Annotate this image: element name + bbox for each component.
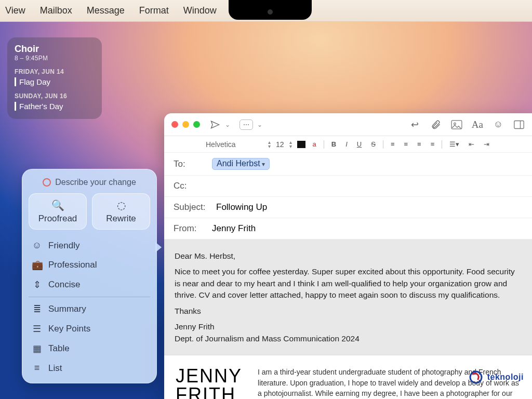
emoji-icon[interactable]: ☺ bbox=[493, 119, 504, 130]
event-time: 8 – 9:45PM bbox=[15, 55, 95, 62]
header-fields-icon: ⋯ bbox=[240, 119, 253, 130]
outdent-icon[interactable]: ⇤ bbox=[467, 140, 476, 148]
signature-name: JENNY FRITH bbox=[176, 367, 242, 399]
text-color-swatch[interactable] bbox=[297, 141, 305, 148]
sidebar-icon[interactable] bbox=[513, 120, 525, 129]
transform-keypoints[interactable]: ☰Key Points bbox=[29, 319, 150, 339]
from-value[interactable]: Jenny Frith bbox=[212, 223, 256, 234]
header-fields-button[interactable]: ⋯ bbox=[240, 119, 253, 130]
tone-friendly[interactable]: ☺Friendly bbox=[29, 236, 150, 255]
day-header-1: SUNDAY, JUN 16 bbox=[15, 92, 95, 100]
attach-icon[interactable] bbox=[430, 119, 442, 130]
svg-rect-2 bbox=[514, 121, 524, 128]
subject-row[interactable]: Subject: bbox=[164, 197, 532, 218]
to-row[interactable]: To: Andi Herbst bbox=[164, 153, 532, 176]
body-sig-dept: Dept. of Journalism and Mass Communicati… bbox=[175, 334, 360, 343]
keypoints-icon: ☰ bbox=[32, 323, 42, 335]
minimize-button[interactable] bbox=[182, 121, 189, 128]
stopwatch-icon: ◌ bbox=[117, 199, 126, 211]
transform-summary-label: Summary bbox=[48, 304, 86, 314]
bold-button[interactable]: B bbox=[329, 140, 338, 148]
cc-label: Cc: bbox=[174, 181, 207, 191]
bullet-list-icon[interactable]: ☰▾ bbox=[447, 140, 461, 148]
recipient-chip[interactable]: Andi Herbst bbox=[212, 158, 270, 170]
size-stepper-icon[interactable]: ▴▾ bbox=[289, 140, 292, 149]
mail-compose-window: ⌄ ⋯ ⌄ ↩︎ Aa ☺ Helvetica ▴▾ 12 ▴▾ a bbox=[164, 113, 532, 399]
align-left-icon[interactable]: ≡ bbox=[389, 140, 397, 148]
menu-format[interactable]: Format bbox=[139, 5, 169, 16]
tone-professional[interactable]: 💼Professional bbox=[29, 255, 150, 275]
proofread-button[interactable]: 🔍 Proofread bbox=[29, 193, 87, 230]
tone-concise[interactable]: ⇕Concise bbox=[29, 275, 150, 295]
menu-view[interactable]: View bbox=[5, 5, 25, 16]
header-fields-dropdown-icon[interactable]: ⌄ bbox=[257, 121, 262, 128]
desktop: View Mailbox Message Format Window Help … bbox=[0, 0, 532, 399]
separator bbox=[29, 297, 150, 297]
watermark-logo: teknoloji bbox=[469, 369, 524, 385]
tone-friendly-label: Friendly bbox=[48, 241, 79, 251]
text-color-alt-icon[interactable]: a bbox=[311, 140, 318, 148]
reply-icon[interactable]: ↩︎ bbox=[409, 119, 421, 130]
transform-table[interactable]: ▦Table bbox=[29, 339, 150, 358]
tone-concise-label: Concise bbox=[48, 280, 80, 290]
photo-icon[interactable] bbox=[451, 120, 462, 129]
day-item-1: Father's Day bbox=[15, 102, 95, 111]
subject-label: Subject: bbox=[174, 202, 211, 212]
signature-name-1: JENNY bbox=[176, 367, 242, 385]
describe-change-placeholder: Describe your change bbox=[55, 178, 136, 187]
send-dropdown-icon[interactable]: ⌄ bbox=[225, 121, 230, 128]
send-icon[interactable] bbox=[209, 119, 221, 130]
describe-change-field[interactable]: Describe your change bbox=[29, 178, 150, 187]
camera-notch bbox=[229, 0, 312, 20]
menu-message[interactable]: Message bbox=[87, 5, 125, 16]
close-button[interactable] bbox=[171, 121, 178, 128]
transform-keypoints-label: Key Points bbox=[48, 324, 90, 334]
watermark-text: teknoloji bbox=[487, 373, 524, 382]
zoom-button[interactable] bbox=[193, 121, 200, 128]
mail-toolbar: ⌄ ⋯ ⌄ ↩︎ Aa ☺ bbox=[164, 113, 532, 136]
event-title: Choir bbox=[15, 44, 95, 55]
list-icon: ≡ bbox=[32, 363, 42, 374]
smile-icon: ☺ bbox=[32, 240, 42, 251]
strike-button[interactable]: S bbox=[369, 140, 378, 148]
tone-professional-label: Professional bbox=[48, 260, 97, 270]
rewrite-button[interactable]: ◌ Rewrite bbox=[92, 193, 150, 230]
indent-icon[interactable]: ⇥ bbox=[482, 140, 491, 148]
sparkle-icon bbox=[43, 178, 51, 187]
cc-row[interactable]: Cc: bbox=[164, 176, 532, 197]
day-header-0: FRIDAY, JUN 14 bbox=[15, 68, 95, 75]
menu-mailbox[interactable]: Mailbox bbox=[40, 5, 72, 16]
selected-body-text[interactable]: Dear Ms. Herbst, Nice to meet you for co… bbox=[164, 240, 532, 355]
day-item-0: Flag Day bbox=[15, 77, 95, 86]
font-select[interactable]: Helvetica bbox=[206, 140, 263, 149]
transform-list[interactable]: ≡List bbox=[29, 358, 150, 378]
align-justify-icon[interactable]: ≡ bbox=[429, 140, 437, 148]
proofread-label: Proofread bbox=[38, 214, 77, 224]
cc-field[interactable] bbox=[212, 181, 523, 191]
italic-button[interactable]: I bbox=[343, 140, 350, 148]
body-greeting: Dear Ms. Herbst, bbox=[175, 250, 522, 262]
briefcase-icon: 💼 bbox=[32, 259, 42, 271]
transform-table-label: Table bbox=[48, 343, 70, 354]
align-right-icon[interactable]: ≡ bbox=[415, 140, 423, 148]
calendar-widget[interactable]: Choir 8 – 9:45PM FRIDAY, JUN 14 Flag Day… bbox=[7, 37, 102, 119]
font-size-select[interactable]: 12 bbox=[276, 140, 284, 149]
signature-name-2: FRITH bbox=[176, 385, 242, 399]
format-icon[interactable]: Aa bbox=[472, 119, 483, 130]
from-row[interactable]: From: Jenny Frith bbox=[164, 218, 532, 240]
body-para1: Nice to meet you for coffee yesterday. S… bbox=[175, 266, 522, 301]
transform-list-label: List bbox=[48, 363, 62, 374]
to-label: To: bbox=[174, 159, 207, 169]
align-center-icon[interactable]: ≡ bbox=[402, 140, 410, 148]
body-thanks: Thanks bbox=[175, 305, 522, 317]
magnify-icon: 🔍 bbox=[51, 199, 64, 211]
transform-summary[interactable]: ≣Summary bbox=[29, 299, 150, 319]
rewrite-label: Rewrite bbox=[106, 214, 136, 224]
menu-window[interactable]: Window bbox=[183, 5, 217, 16]
table-icon: ▦ bbox=[32, 343, 42, 354]
underline-button[interactable]: U bbox=[355, 140, 364, 148]
font-stepper-icon[interactable]: ▴▾ bbox=[268, 140, 271, 149]
svg-point-1 bbox=[454, 123, 456, 125]
compose-headers: To: Andi Herbst Cc: Subject: From: Jenny… bbox=[164, 153, 532, 240]
subject-field[interactable] bbox=[216, 202, 523, 212]
